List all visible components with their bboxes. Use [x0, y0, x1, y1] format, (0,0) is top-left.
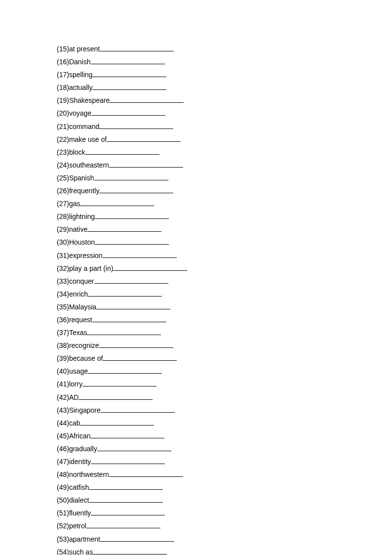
blank-line: [96, 302, 170, 309]
vocab-line: (36)request: [57, 315, 333, 325]
blank-line: [110, 96, 184, 103]
item-number: (15): [57, 45, 69, 53]
blank-line: [92, 84, 166, 90]
item-word: make use of: [69, 135, 107, 143]
vocab-line: (33)conquer: [57, 277, 333, 287]
item-word: recognize: [69, 342, 99, 349]
blank-line: [89, 496, 163, 503]
item-word: such as: [69, 548, 93, 555]
blank-line: [82, 380, 157, 387]
item-number: (27): [57, 200, 69, 208]
item-word: Houston: [69, 238, 95, 246]
blank-line: [87, 225, 161, 232]
blank-line: [85, 148, 159, 155]
vocab-line: (31)expression: [57, 251, 333, 261]
item-number: (48): [57, 470, 69, 478]
blank-line: [88, 290, 162, 297]
item-number: (39): [57, 354, 69, 362]
vocab-line: (39)because of: [57, 354, 333, 364]
vocab-line: (32)play a part (in): [57, 264, 333, 274]
item-number: (30): [57, 238, 69, 246]
item-word: AD: [69, 393, 78, 401]
item-word: cab: [69, 419, 80, 427]
vocab-line: (34)enrich: [57, 290, 333, 299]
item-word: play a part (in): [69, 264, 113, 272]
item-number: (44): [57, 419, 69, 427]
item-number: (35): [57, 303, 69, 311]
item-number: (37): [57, 329, 69, 337]
item-word: command: [69, 123, 99, 130]
vocab-line: (41)lorry: [57, 380, 333, 389]
item-number: (22): [57, 135, 69, 143]
vocab-line: (20)voyage: [57, 109, 333, 119]
item-word: petrol: [69, 522, 86, 530]
item-word: Singapore: [69, 406, 101, 414]
blank-line: [113, 264, 187, 271]
vocab-line: (19)Shakespeare: [57, 96, 333, 106]
vocab-line: (51)fluently: [57, 509, 333, 518]
vocab-line: (52)petrol: [57, 521, 333, 531]
item-number: (31): [57, 252, 69, 259]
item-word: lightning: [69, 213, 95, 220]
blank-line: [103, 251, 177, 258]
blank-line: [78, 393, 153, 400]
blank-line: [95, 238, 169, 245]
blank-line: [94, 173, 168, 180]
item-number: (43): [57, 406, 69, 414]
blank-line: [99, 122, 173, 129]
item-word: Danish: [69, 58, 91, 66]
vocab-line: (43)Singapore: [57, 406, 333, 416]
blank-line: [91, 457, 165, 464]
item-number: (50): [57, 496, 69, 504]
item-number: (42): [57, 393, 69, 401]
blank-line: [80, 200, 154, 207]
blank-line: [91, 58, 165, 65]
item-number: (26): [57, 187, 69, 195]
item-word: Texas: [69, 329, 87, 337]
item-word: catfish: [69, 483, 89, 491]
blank-line: [95, 213, 169, 219]
vocab-line: (16)Danish: [57, 57, 333, 67]
item-number: (19): [57, 96, 69, 104]
item-number: (23): [57, 148, 69, 156]
vocab-line: (46)gradually: [57, 444, 333, 454]
blank-line: [100, 535, 174, 542]
blank-line: [109, 470, 183, 477]
vocab-line: (44)cab: [57, 419, 333, 428]
item-word: at present: [69, 45, 100, 53]
item-word: African: [69, 432, 91, 440]
blank-line: [91, 109, 165, 116]
item-word: Shakespeare: [69, 96, 110, 104]
item-word: Spanish: [69, 174, 94, 182]
vocab-line: (40)usage: [57, 367, 333, 377]
item-number: (29): [57, 225, 69, 233]
item-number: (40): [57, 367, 69, 375]
item-word: actually: [69, 84, 92, 91]
blank-line: [107, 135, 181, 142]
vocab-line: (18)actually: [57, 83, 333, 93]
blank-line: [100, 44, 174, 51]
vocab-line: (49)catfish: [57, 483, 333, 493]
item-word: voyage: [69, 109, 91, 117]
item-number: (41): [57, 380, 69, 388]
item-number: (18): [57, 84, 69, 91]
vocab-line: (38)recognize: [57, 341, 333, 351]
item-word: frequently: [69, 187, 99, 195]
item-word: enrich: [69, 290, 88, 298]
vocab-line: (28)lightning: [57, 212, 333, 222]
item-word: southeastern: [69, 161, 109, 169]
item-word: usage: [69, 367, 88, 375]
vocab-line: (50)dialect: [57, 496, 333, 506]
item-word: fluently: [69, 509, 91, 517]
item-word: block: [69, 148, 85, 156]
vocab-line: (42)AD: [57, 393, 333, 403]
item-number: (38): [57, 342, 69, 349]
item-number: (20): [57, 109, 69, 117]
item-word: identity: [69, 458, 91, 466]
blank-line: [103, 354, 177, 361]
item-word: Malaysia: [69, 303, 96, 311]
item-number: (47): [57, 458, 69, 466]
blank-line: [109, 161, 183, 168]
vocab-line: (25)Spanish: [57, 173, 333, 183]
blank-line: [88, 367, 162, 374]
